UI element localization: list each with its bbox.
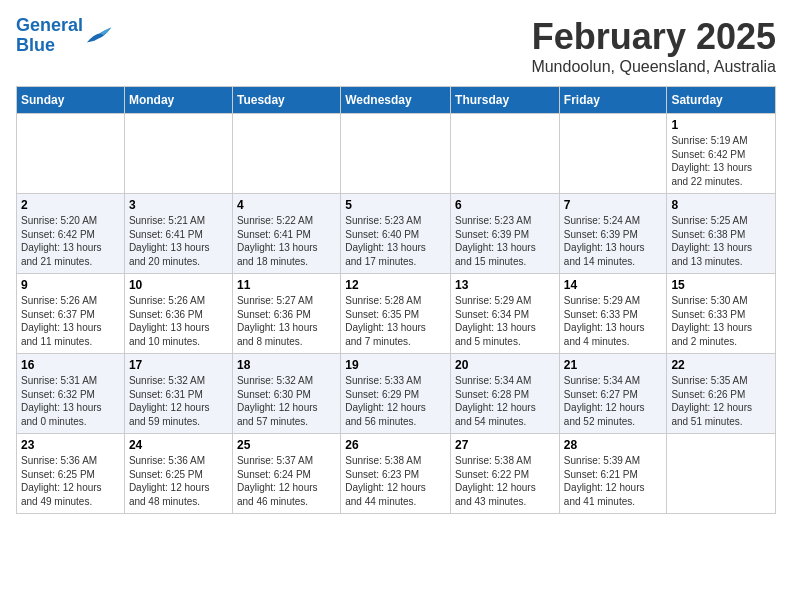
calendar-cell: 14Sunrise: 5:29 AM Sunset: 6:33 PM Dayli… (559, 274, 667, 354)
calendar-cell: 10Sunrise: 5:26 AM Sunset: 6:36 PM Dayli… (124, 274, 232, 354)
calendar-cell: 26Sunrise: 5:38 AM Sunset: 6:23 PM Dayli… (341, 434, 451, 514)
calendar-cell: 25Sunrise: 5:37 AM Sunset: 6:24 PM Dayli… (232, 434, 340, 514)
logo: General Blue (16, 16, 113, 56)
calendar-cell: 15Sunrise: 5:30 AM Sunset: 6:33 PM Dayli… (667, 274, 776, 354)
calendar-cell: 27Sunrise: 5:38 AM Sunset: 6:22 PM Dayli… (451, 434, 560, 514)
day-info: Sunrise: 5:34 AM Sunset: 6:28 PM Dayligh… (455, 374, 555, 428)
calendar-body: 1Sunrise: 5:19 AM Sunset: 6:42 PM Daylig… (17, 114, 776, 514)
day-info: Sunrise: 5:31 AM Sunset: 6:32 PM Dayligh… (21, 374, 120, 428)
header-row: SundayMondayTuesdayWednesdayThursdayFrid… (17, 87, 776, 114)
calendar-cell: 24Sunrise: 5:36 AM Sunset: 6:25 PM Dayli… (124, 434, 232, 514)
week-row-4: 16Sunrise: 5:31 AM Sunset: 6:32 PM Dayli… (17, 354, 776, 434)
day-info: Sunrise: 5:29 AM Sunset: 6:33 PM Dayligh… (564, 294, 663, 348)
calendar-cell: 19Sunrise: 5:33 AM Sunset: 6:29 PM Dayli… (341, 354, 451, 434)
day-info: Sunrise: 5:26 AM Sunset: 6:36 PM Dayligh… (129, 294, 228, 348)
header-day-sunday: Sunday (17, 87, 125, 114)
calendar-header: SundayMondayTuesdayWednesdayThursdayFrid… (17, 87, 776, 114)
calendar-cell: 5Sunrise: 5:23 AM Sunset: 6:40 PM Daylig… (341, 194, 451, 274)
header-day-saturday: Saturday (667, 87, 776, 114)
day-info: Sunrise: 5:38 AM Sunset: 6:23 PM Dayligh… (345, 454, 446, 508)
day-info: Sunrise: 5:23 AM Sunset: 6:40 PM Dayligh… (345, 214, 446, 268)
day-number: 2 (21, 198, 120, 212)
day-number: 28 (564, 438, 663, 452)
day-number: 16 (21, 358, 120, 372)
day-number: 14 (564, 278, 663, 292)
day-info: Sunrise: 5:37 AM Sunset: 6:24 PM Dayligh… (237, 454, 336, 508)
calendar-cell: 18Sunrise: 5:32 AM Sunset: 6:30 PM Dayli… (232, 354, 340, 434)
day-info: Sunrise: 5:38 AM Sunset: 6:22 PM Dayligh… (455, 454, 555, 508)
logo-bird-icon (85, 25, 113, 47)
calendar-cell (17, 114, 125, 194)
day-info: Sunrise: 5:29 AM Sunset: 6:34 PM Dayligh… (455, 294, 555, 348)
day-number: 26 (345, 438, 446, 452)
day-number: 19 (345, 358, 446, 372)
day-info: Sunrise: 5:27 AM Sunset: 6:36 PM Dayligh… (237, 294, 336, 348)
day-number: 10 (129, 278, 228, 292)
calendar-table: SundayMondayTuesdayWednesdayThursdayFrid… (16, 86, 776, 514)
day-info: Sunrise: 5:35 AM Sunset: 6:26 PM Dayligh… (671, 374, 771, 428)
calendar-cell (232, 114, 340, 194)
calendar-cell: 7Sunrise: 5:24 AM Sunset: 6:39 PM Daylig… (559, 194, 667, 274)
week-row-1: 1Sunrise: 5:19 AM Sunset: 6:42 PM Daylig… (17, 114, 776, 194)
calendar-cell (124, 114, 232, 194)
logo-text: General Blue (16, 16, 83, 56)
title-section: February 2025 Mundoolun, Queensland, Aus… (531, 16, 776, 76)
logo-line1: General (16, 15, 83, 35)
day-number: 27 (455, 438, 555, 452)
day-number: 17 (129, 358, 228, 372)
day-info: Sunrise: 5:30 AM Sunset: 6:33 PM Dayligh… (671, 294, 771, 348)
day-info: Sunrise: 5:28 AM Sunset: 6:35 PM Dayligh… (345, 294, 446, 348)
calendar-cell: 9Sunrise: 5:26 AM Sunset: 6:37 PM Daylig… (17, 274, 125, 354)
calendar-cell (451, 114, 560, 194)
calendar-cell: 8Sunrise: 5:25 AM Sunset: 6:38 PM Daylig… (667, 194, 776, 274)
calendar-cell: 11Sunrise: 5:27 AM Sunset: 6:36 PM Dayli… (232, 274, 340, 354)
calendar-cell (341, 114, 451, 194)
day-info: Sunrise: 5:32 AM Sunset: 6:30 PM Dayligh… (237, 374, 336, 428)
header-day-monday: Monday (124, 87, 232, 114)
calendar-cell: 23Sunrise: 5:36 AM Sunset: 6:25 PM Dayli… (17, 434, 125, 514)
header-day-tuesday: Tuesday (232, 87, 340, 114)
day-number: 7 (564, 198, 663, 212)
day-number: 21 (564, 358, 663, 372)
day-info: Sunrise: 5:24 AM Sunset: 6:39 PM Dayligh… (564, 214, 663, 268)
calendar-cell: 6Sunrise: 5:23 AM Sunset: 6:39 PM Daylig… (451, 194, 560, 274)
calendar-cell: 28Sunrise: 5:39 AM Sunset: 6:21 PM Dayli… (559, 434, 667, 514)
day-number: 25 (237, 438, 336, 452)
calendar-cell: 1Sunrise: 5:19 AM Sunset: 6:42 PM Daylig… (667, 114, 776, 194)
day-number: 3 (129, 198, 228, 212)
calendar-subtitle: Mundoolun, Queensland, Australia (531, 58, 776, 76)
day-info: Sunrise: 5:39 AM Sunset: 6:21 PM Dayligh… (564, 454, 663, 508)
calendar-cell: 17Sunrise: 5:32 AM Sunset: 6:31 PM Dayli… (124, 354, 232, 434)
day-number: 6 (455, 198, 555, 212)
day-info: Sunrise: 5:19 AM Sunset: 6:42 PM Dayligh… (671, 134, 771, 188)
day-number: 9 (21, 278, 120, 292)
day-number: 12 (345, 278, 446, 292)
day-info: Sunrise: 5:36 AM Sunset: 6:25 PM Dayligh… (21, 454, 120, 508)
day-number: 4 (237, 198, 336, 212)
header-day-friday: Friday (559, 87, 667, 114)
day-info: Sunrise: 5:36 AM Sunset: 6:25 PM Dayligh… (129, 454, 228, 508)
logo-line2: Blue (16, 35, 55, 55)
calendar-cell: 12Sunrise: 5:28 AM Sunset: 6:35 PM Dayli… (341, 274, 451, 354)
day-info: Sunrise: 5:22 AM Sunset: 6:41 PM Dayligh… (237, 214, 336, 268)
day-info: Sunrise: 5:33 AM Sunset: 6:29 PM Dayligh… (345, 374, 446, 428)
day-info: Sunrise: 5:34 AM Sunset: 6:27 PM Dayligh… (564, 374, 663, 428)
calendar-cell: 2Sunrise: 5:20 AM Sunset: 6:42 PM Daylig… (17, 194, 125, 274)
day-number: 8 (671, 198, 771, 212)
calendar-cell: 22Sunrise: 5:35 AM Sunset: 6:26 PM Dayli… (667, 354, 776, 434)
calendar-cell (667, 434, 776, 514)
calendar-cell: 20Sunrise: 5:34 AM Sunset: 6:28 PM Dayli… (451, 354, 560, 434)
day-info: Sunrise: 5:21 AM Sunset: 6:41 PM Dayligh… (129, 214, 228, 268)
day-number: 24 (129, 438, 228, 452)
header-day-thursday: Thursday (451, 87, 560, 114)
day-number: 1 (671, 118, 771, 132)
day-info: Sunrise: 5:32 AM Sunset: 6:31 PM Dayligh… (129, 374, 228, 428)
day-number: 23 (21, 438, 120, 452)
calendar-cell: 21Sunrise: 5:34 AM Sunset: 6:27 PM Dayli… (559, 354, 667, 434)
calendar-cell: 3Sunrise: 5:21 AM Sunset: 6:41 PM Daylig… (124, 194, 232, 274)
day-info: Sunrise: 5:25 AM Sunset: 6:38 PM Dayligh… (671, 214, 771, 268)
day-number: 15 (671, 278, 771, 292)
calendar-cell: 4Sunrise: 5:22 AM Sunset: 6:41 PM Daylig… (232, 194, 340, 274)
week-row-5: 23Sunrise: 5:36 AM Sunset: 6:25 PM Dayli… (17, 434, 776, 514)
day-number: 11 (237, 278, 336, 292)
